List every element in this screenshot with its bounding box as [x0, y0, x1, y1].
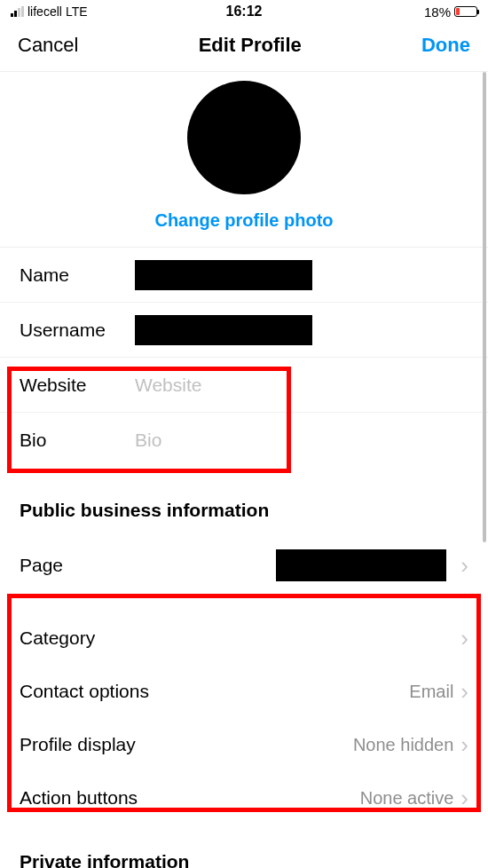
- bio-label: Bio: [20, 430, 135, 451]
- avatar[interactable]: [187, 81, 301, 194]
- name-label: Name: [20, 264, 135, 286]
- profile-fields: Name Username Website Website Bio Bio: [0, 247, 488, 468]
- action-buttons-row[interactable]: Action buttons None active ›: [0, 771, 488, 825]
- chevron-right-icon: ›: [453, 625, 468, 652]
- website-label: Website: [20, 375, 135, 396]
- chevron-right-icon: ›: [453, 785, 468, 812]
- redacted-name: [135, 260, 312, 290]
- chevron-right-icon: ›: [453, 678, 468, 706]
- bio-input[interactable]: Bio: [135, 430, 468, 451]
- action-value: None active: [138, 788, 453, 809]
- battery-icon: [454, 6, 477, 17]
- action-label: Action buttons: [20, 787, 138, 809]
- done-button[interactable]: Done: [421, 34, 470, 57]
- signal-icon: [11, 6, 24, 17]
- private-section-title: Private information: [0, 846, 488, 868]
- avatar-section: Change profile photo: [0, 72, 488, 247]
- contact-options-row[interactable]: Contact options Email ›: [0, 665, 488, 718]
- contact-value: Email: [149, 682, 453, 702]
- username-value[interactable]: [135, 315, 468, 345]
- chevron-right-icon: ›: [453, 552, 468, 580]
- redacted-username: [135, 315, 312, 345]
- status-bar: lifecell LTE 16:12 18%: [0, 0, 488, 21]
- display-value: None hidden: [136, 735, 454, 755]
- name-row[interactable]: Name: [0, 248, 488, 303]
- username-label: Username: [20, 320, 135, 341]
- redacted-page: [276, 549, 446, 581]
- scrollbar[interactable]: [483, 72, 486, 542]
- scroll-area: Change profile photo Name Username Websi…: [0, 72, 488, 868]
- contact-label: Contact options: [20, 681, 149, 702]
- category-row[interactable]: Category ›: [0, 612, 488, 665]
- status-left: lifecell LTE: [11, 4, 88, 19]
- page-label: Page: [20, 555, 63, 576]
- network-label: LTE: [66, 4, 88, 19]
- carrier-label: lifecell: [28, 4, 62, 19]
- status-right: 18%: [424, 4, 477, 20]
- username-row[interactable]: Username: [0, 303, 488, 358]
- status-time: 16:12: [226, 4, 263, 20]
- profile-display-row[interactable]: Profile display None hidden ›: [0, 718, 488, 771]
- nav-bar: Cancel Edit Profile Done: [0, 21, 488, 72]
- name-value[interactable]: [135, 260, 468, 290]
- bio-row[interactable]: Bio Bio: [0, 413, 488, 468]
- business-section-title: Public business information: [0, 494, 488, 537]
- website-input[interactable]: Website: [135, 375, 468, 396]
- cancel-button[interactable]: Cancel: [18, 34, 78, 57]
- battery-percent: 18%: [424, 4, 451, 20]
- website-row[interactable]: Website Website: [0, 358, 488, 413]
- chevron-right-icon: ›: [453, 731, 468, 759]
- category-label: Category: [20, 627, 95, 649]
- change-photo-button[interactable]: Change profile photo: [154, 210, 333, 231]
- page-title: Edit Profile: [199, 34, 302, 57]
- display-label: Profile display: [20, 734, 136, 755]
- page-row[interactable]: Page ›: [0, 537, 488, 594]
